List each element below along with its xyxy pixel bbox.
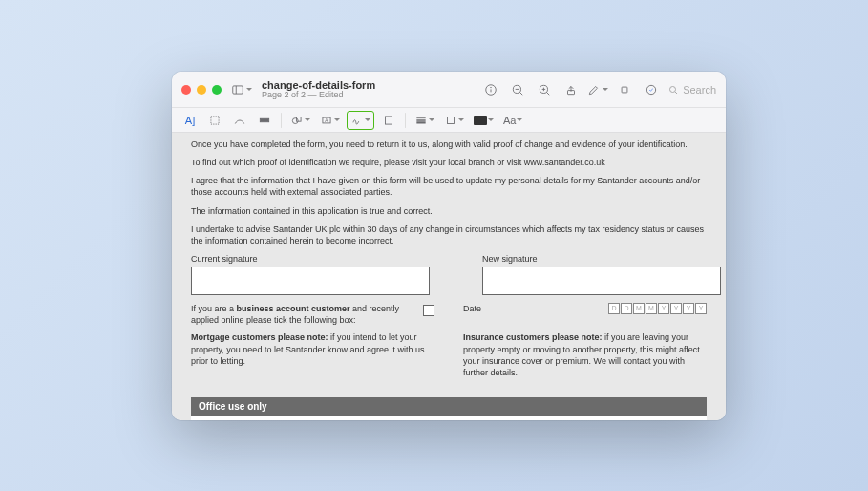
svg-point-20 bbox=[292, 117, 298, 123]
date-box-char[interactable]: Y bbox=[695, 303, 707, 314]
highlight-button[interactable] bbox=[641, 78, 662, 101]
date-box-char[interactable]: D bbox=[608, 303, 620, 314]
fill-color-tool[interactable] bbox=[471, 111, 497, 130]
markup-toolbar: A] A Aa bbox=[172, 108, 726, 133]
search-field[interactable]: Search bbox=[667, 84, 716, 96]
close-button[interactable] bbox=[181, 85, 191, 95]
redact-tool[interactable] bbox=[254, 111, 275, 130]
current-signature-label: Current signature bbox=[191, 253, 430, 265]
minimize-button[interactable] bbox=[197, 85, 206, 95]
svg-point-16 bbox=[670, 86, 676, 92]
share-button[interactable] bbox=[561, 78, 582, 101]
form-page: Once you have completed the form, you ne… bbox=[172, 133, 726, 420]
zoom-in-button[interactable] bbox=[534, 78, 555, 101]
svg-rect-19 bbox=[260, 118, 268, 122]
zoom-out-button[interactable] bbox=[507, 78, 528, 101]
select-tool[interactable] bbox=[204, 111, 225, 130]
shapes-tool[interactable] bbox=[287, 111, 313, 130]
svg-rect-18 bbox=[211, 116, 219, 123]
insurance-note: Insurance customers please note: if you … bbox=[463, 331, 707, 378]
date-box-char[interactable]: D bbox=[621, 303, 632, 314]
svg-rect-14 bbox=[622, 87, 627, 93]
business-customer-text: If you are a business account customer a… bbox=[191, 303, 417, 326]
svg-rect-24 bbox=[386, 116, 392, 123]
business-checkbox[interactable] bbox=[423, 305, 434, 316]
svg-line-9 bbox=[546, 92, 549, 95]
date-box-char[interactable]: M bbox=[633, 303, 645, 314]
zoom-button[interactable] bbox=[212, 85, 222, 95]
svg-rect-0 bbox=[233, 85, 243, 93]
svg-point-4 bbox=[491, 87, 492, 88]
paragraph-agree: I agree that the information that I have… bbox=[191, 175, 707, 198]
svg-rect-28 bbox=[448, 117, 455, 123]
markup-button[interactable] bbox=[587, 78, 608, 101]
text-box-tool[interactable]: A bbox=[317, 111, 343, 130]
new-signature-label: New signature bbox=[482, 253, 721, 265]
new-signature-box[interactable] bbox=[482, 267, 721, 295]
paragraph-return: Once you have completed the form, you ne… bbox=[191, 139, 707, 150]
window-controls bbox=[181, 85, 222, 95]
paragraph-undertake: I undertake to advise Santander UK plc w… bbox=[191, 224, 707, 246]
svg-line-6 bbox=[519, 92, 522, 95]
title-text: change-of-details-form bbox=[262, 79, 375, 91]
font-tool[interactable]: Aa bbox=[500, 111, 525, 130]
mortgage-note: Mortgage customers please note: if you i… bbox=[191, 331, 434, 378]
rotate-button[interactable] bbox=[614, 78, 635, 101]
date-box-char[interactable]: Y bbox=[683, 303, 694, 314]
paragraph-true: The information contained in this applic… bbox=[191, 205, 707, 217]
office-use-header: Office use only bbox=[191, 397, 707, 416]
svg-line-17 bbox=[675, 92, 677, 94]
note-tool[interactable] bbox=[378, 111, 399, 130]
sidebar-toggle[interactable] bbox=[231, 78, 252, 101]
info-button[interactable] bbox=[480, 78, 501, 101]
date-boxes[interactable]: DDMMYYYY bbox=[608, 303, 707, 314]
sketch-tool[interactable] bbox=[229, 111, 250, 130]
document-title[interactable]: change-of-details-form Page 2 of 2 — Edi… bbox=[262, 79, 375, 100]
current-signature-box[interactable] bbox=[191, 267, 430, 295]
text-tool[interactable]: A] bbox=[180, 111, 201, 130]
svg-text:A: A bbox=[325, 117, 328, 122]
date-box-char[interactable]: Y bbox=[658, 303, 669, 314]
line-style-tool[interactable] bbox=[412, 111, 437, 130]
border-color-tool[interactable] bbox=[441, 111, 467, 130]
subtitle-text: Page 2 of 2 — Edited bbox=[262, 91, 375, 100]
sign-tool[interactable] bbox=[347, 111, 374, 130]
document-viewport[interactable]: Once you have completed the form, you ne… bbox=[172, 133, 726, 420]
search-placeholder: Search bbox=[683, 84, 716, 96]
date-label: Date bbox=[463, 303, 481, 314]
titlebar: change-of-details-form Page 2 of 2 — Edi… bbox=[172, 72, 726, 108]
paragraph-id: To find out which proof of identificatio… bbox=[191, 157, 707, 168]
app-window: change-of-details-form Page 2 of 2 — Edi… bbox=[172, 72, 726, 420]
date-box-char[interactable]: Y bbox=[670, 303, 682, 314]
date-box-char[interactable]: M bbox=[646, 303, 657, 314]
